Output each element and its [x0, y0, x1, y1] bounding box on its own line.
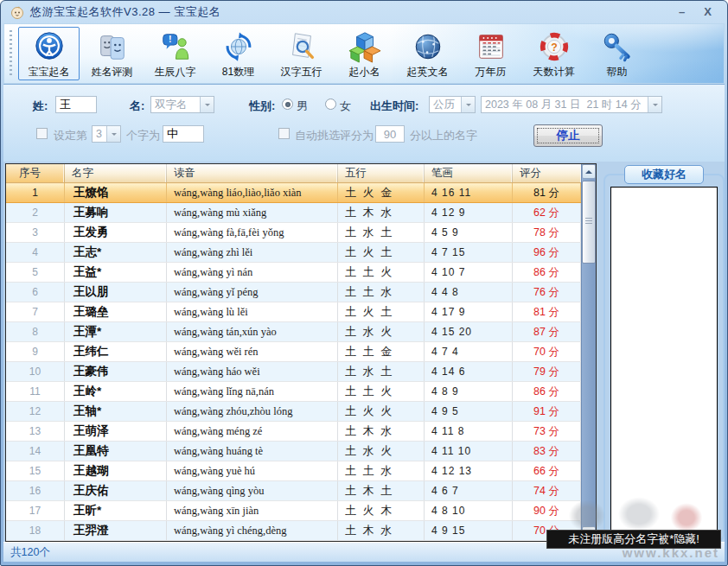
toolbar-day-calc-button[interactable]: ? 天数计算 — [523, 27, 584, 80]
male-label[interactable]: 男 — [297, 99, 308, 114]
female-radio[interactable] — [325, 99, 336, 110]
scrollbar-thumb[interactable] — [582, 181, 596, 264]
table-row[interactable]: 5 王益* wáng,wàng yì nán 土 土 火 4 10 7 86 分 — [6, 263, 581, 283]
row-number: 18 — [6, 521, 65, 540]
table-row[interactable]: 10 王豪伟 wáng,wàng háo wěi 土 水 土 4 14 6 79… — [6, 362, 581, 382]
table-row[interactable]: 2 王募响 wáng,wàng mù xiǎng 土 木 水 4 12 9 62… — [6, 203, 581, 223]
table-row[interactable]: 14 王凰特 wáng,wàng huáng tè 土 水 火 4 11 10 … — [6, 442, 581, 461]
header-strokes[interactable]: 笔画 — [425, 164, 513, 182]
toolbar-label: 起英文名 — [407, 65, 449, 79]
row-number: 7 — [6, 302, 65, 321]
row-score: 76 分 — [513, 283, 581, 302]
given-type-combo[interactable]: 双字名 — [150, 96, 214, 113]
toolbar-hanzi-wuxing-button[interactable]: 汉字五行 — [271, 27, 332, 80]
table-row[interactable]: 17 王昕* wáng,wàng xīn jiàn 土 火 木 4 8 10 9… — [6, 501, 581, 521]
header-no[interactable]: 序号 — [6, 164, 65, 182]
birth-datetime-combo[interactable]: 2023 年 08 月 31 日 21 时 14 分 — [481, 96, 662, 113]
chevron-down-icon[interactable] — [106, 126, 120, 142]
set-char-checkbox[interactable] — [36, 128, 48, 139]
row-strokes: 4 15 20 — [425, 322, 513, 341]
row-number: 5 — [6, 263, 65, 282]
table-row[interactable]: 1 王燎馅 wáng,wàng liáo,liào,liǎo xiàn 土 火 … — [6, 183, 581, 203]
toolbar-numerology-button[interactable]: 81数理 — [208, 27, 269, 80]
set-char-input[interactable] — [163, 125, 204, 143]
row-number: 10 — [6, 362, 65, 381]
chevron-down-icon[interactable] — [648, 97, 661, 112]
main-area: 序号 名字 读音 五行 笔画 评分 1 王燎馅 wáng,wàng liáo,l… — [3, 162, 725, 543]
row-score: 91 分 — [513, 402, 581, 421]
table-row[interactable]: 12 王轴* wáng,wàng zhóu,zhòu lóng 土 火 火 4 … — [6, 402, 581, 422]
row-strokes: 4 6 7 — [425, 481, 513, 500]
row-score: 66 分 — [513, 461, 581, 480]
header-pinyin[interactable]: 读音 — [167, 164, 338, 182]
row-name: 王志* — [65, 243, 167, 262]
scroll-up-icon[interactable] — [582, 164, 596, 179]
table-body: 1 王燎馅 wáng,wàng liáo,liào,liǎo xiàn 土 火 … — [6, 183, 581, 541]
table-row[interactable]: 13 王萌泽 wáng,wàng méng zé 土 木 水 4 11 8 73… — [6, 422, 581, 442]
row-pinyin: wáng,wàng fà,fā,fèi yǒng — [167, 223, 338, 242]
toolbar-help-button[interactable]: 帮助 — [586, 27, 648, 80]
row-wuxing: 土 水 土 — [338, 223, 425, 242]
birth-bazi-icon: ! — [159, 30, 192, 63]
toolbar-calendar-button[interactable]: 万年历 — [460, 27, 521, 80]
chevron-down-icon[interactable] — [461, 97, 475, 112]
row-pinyin: wáng,wàng yuè hú — [167, 461, 338, 480]
header-name[interactable]: 名字 — [65, 164, 167, 182]
toolbar-grip[interactable] — [10, 30, 12, 77]
stop-button[interactable]: 停止 — [533, 124, 603, 147]
female-label[interactable]: 女 — [340, 99, 351, 114]
row-strokes: 4 8 10 — [425, 501, 513, 520]
table-row[interactable]: 16 王庆佑 wáng,wàng qìng yòu 土 木 土 4 6 7 74… — [6, 481, 581, 501]
toolbar-baby-name-button[interactable]: 宝宝起名 — [18, 27, 80, 80]
row-strokes: 4 12 13 — [425, 461, 513, 480]
header-wuxing[interactable]: 五行 — [338, 164, 425, 182]
table-row[interactable]: 4 王志* wáng,wàng zhì lěi 土 火 土 4 7 15 96 … — [6, 243, 581, 263]
row-number: 11 — [6, 382, 65, 401]
calendar-type-combo[interactable]: 公历 — [429, 96, 476, 113]
favorites-groupbox — [603, 174, 725, 542]
toolbar-birth-bazi-button[interactable]: ! 生辰八字 — [144, 27, 206, 80]
app-window: 悠游宝宝起名软件V3.28 — 宝宝起名 – X — [0, 0, 728, 566]
row-wuxing: 土 木 水 — [338, 422, 425, 441]
table-scrollbar[interactable] — [581, 164, 596, 541]
table-row[interactable]: 8 王潭* wáng,wàng tán,xún yào 土 水 火 4 15 2… — [6, 322, 581, 342]
male-radio[interactable] — [282, 99, 293, 110]
window-content: 宝宝起名 姓名评测 — [3, 23, 725, 562]
row-wuxing: 土 木 土 — [338, 481, 425, 500]
row-name: 王璐垒 — [65, 302, 167, 321]
table-row[interactable]: 18 王羿澄 wáng,wàng yì chéng,dèng 土 木 水 4 9… — [6, 521, 581, 541]
row-score: 78 分 — [513, 223, 581, 242]
table-row[interactable]: 15 王越瑚 wáng,wàng yuè hú 土 土 水 4 12 13 66… — [6, 461, 581, 481]
table-row[interactable]: 6 王以朋 wáng,wàng yǐ péng 土 土 水 4 4 8 76 分 — [6, 283, 581, 302]
row-name: 王以朋 — [65, 283, 167, 302]
toolbar-label: 81数理 — [222, 65, 254, 79]
favorites-listbox[interactable] — [610, 187, 718, 535]
row-name: 王羿澄 — [65, 521, 167, 540]
table-row[interactable]: 3 王发勇 wáng,wàng fà,fā,fèi yǒng 土 水 土 4 5… — [6, 223, 581, 243]
auto-pick-checkbox[interactable] — [278, 128, 290, 139]
surname-input[interactable] — [55, 96, 97, 113]
auto-pick-score-input[interactable] — [375, 125, 405, 143]
row-strokes: 4 16 11 — [425, 183, 513, 202]
numerology-icon — [222, 30, 255, 63]
row-score: 90 分 — [513, 501, 581, 520]
set-nth-combo[interactable]: 3 — [92, 125, 121, 143]
header-score[interactable]: 评分 — [513, 164, 581, 182]
chevron-down-icon[interactable] — [200, 97, 214, 112]
row-pinyin: wáng,wàng wěi rén — [167, 342, 338, 361]
toolbar-nickname-button[interactable]: 起小名 — [334, 27, 395, 80]
auto-pick-suffix-label: 分以上的名字 — [410, 128, 477, 143]
row-name: 王益* — [65, 263, 167, 282]
toolbar-english-name-button[interactable]: 起英文名 — [397, 27, 458, 80]
toolbar-name-test-button[interactable]: 姓名评测 — [81, 27, 143, 80]
table-row[interactable]: 7 王璐垒 wáng,wàng lù lěi 土 火 土 4 17 9 81 分 — [6, 302, 581, 322]
table-row[interactable]: 11 王岭* wáng,wàng lǐng nā,nán 土 土 火 4 8 9… — [6, 382, 581, 402]
row-wuxing: 土 水 火 — [338, 442, 425, 461]
close-button[interactable]: X — [704, 5, 712, 19]
table-row[interactable]: 9 王纬仁 wáng,wàng wěi rén 土 土 金 4 7 4 70 分 — [6, 342, 581, 362]
row-score: 86 分 — [513, 263, 581, 282]
favorites-tab[interactable]: 收藏好名 — [624, 165, 704, 184]
name-test-icon — [96, 30, 129, 63]
minimize-button[interactable]: – — [679, 5, 685, 19]
row-name: 王燎馅 — [65, 183, 167, 202]
